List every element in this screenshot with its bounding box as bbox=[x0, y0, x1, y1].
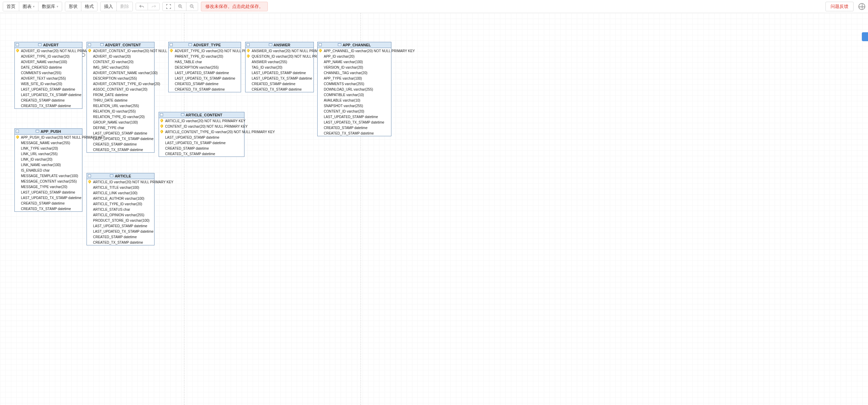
column[interactable]: LAST_UPDATED_STAMP datetime bbox=[15, 189, 82, 195]
entity-header[interactable]: –ADVERT_TYPE bbox=[169, 42, 241, 48]
column[interactable]: IMG_SRC varchar(255) bbox=[87, 65, 154, 70]
column-pk[interactable]: ADVERT_CONTENT_ID varchar(20) NOT NULL P… bbox=[87, 48, 154, 54]
column[interactable]: CREATED_TX_STAMP datetime bbox=[169, 86, 241, 92]
entity-app_channel[interactable]: –APP_CHANNELAPP_CHANNEL_ID varchar(20) N… bbox=[317, 42, 391, 136]
column[interactable]: WEB_SITE_ID varchar(20) bbox=[15, 81, 82, 86]
column[interactable]: MESSAGE_TYPE varchar(20) bbox=[15, 184, 82, 189]
column[interactable]: PRODUCT_STORE_ID varchar(100) bbox=[87, 218, 154, 223]
entity-advert[interactable]: –ADVERTADVERT_ID varchar(20) NOT NULL PR… bbox=[14, 42, 82, 109]
column[interactable]: LAST_UPDATED_TX_STAMP datetime bbox=[159, 140, 244, 146]
column[interactable]: LAST_UPDATED_STAMP datetime bbox=[245, 70, 313, 76]
column[interactable]: CREATED_TX_STAMP datetime bbox=[245, 86, 313, 92]
column[interactable]: CREATED_STAMP datetime bbox=[15, 200, 82, 206]
column[interactable]: COMMENTS varchar(255) bbox=[15, 70, 82, 76]
globe-icon[interactable] bbox=[858, 3, 865, 10]
column[interactable]: LAST_UPDATED_STAMP datetime bbox=[15, 86, 82, 92]
column-pk[interactable]: APP_CHANNEL_ID varchar(20) NOT NULL PRIM… bbox=[318, 48, 391, 54]
column[interactable]: PARENT_TYPE_ID varchar(20) bbox=[169, 54, 241, 59]
column-pk[interactable]: ADVERT_ID varchar(20) NOT NULL PRIMARY K… bbox=[15, 48, 82, 54]
undo-button[interactable] bbox=[136, 3, 148, 10]
column[interactable]: AVAILABLE varchar(10) bbox=[318, 97, 391, 103]
feedback-button[interactable]: 问题反馈 bbox=[825, 2, 854, 11]
column[interactable]: CREATED_TX_STAMP datetime bbox=[318, 130, 391, 136]
entity-header[interactable]: –ANSWER bbox=[245, 42, 313, 48]
insert-button[interactable]: 插入 bbox=[101, 2, 116, 11]
entity-header[interactable]: –ADVERT bbox=[15, 42, 82, 48]
column[interactable]: ARTICLE_AUTHOR varchar(100) bbox=[87, 196, 154, 201]
column[interactable]: IS_ENABLED char bbox=[15, 167, 82, 173]
column[interactable]: LINK_URL varchar(255) bbox=[15, 151, 82, 157]
column[interactable]: RELATION_URL varchar(255) bbox=[87, 103, 154, 108]
column[interactable]: LAST_UPDATED_TX_STAMP datetime bbox=[245, 76, 313, 81]
column[interactable]: LINK_ID varchar(20) bbox=[15, 157, 82, 162]
column[interactable]: ADVERT_TEXT varchar(255) bbox=[15, 76, 82, 81]
column-pk[interactable]: QUESTION_ID varchar(20) NOT NULL PRIMARY… bbox=[245, 54, 313, 59]
entity-header[interactable]: –APP_PUSH bbox=[15, 129, 82, 135]
column[interactable]: GROUP_NAME varchar(100) bbox=[87, 119, 154, 125]
entity-header[interactable]: –ARTICLE_CONTENT bbox=[159, 112, 244, 118]
canvas[interactable]: –ADVERTADVERT_ID varchar(20) NOT NULL PR… bbox=[0, 13, 868, 405]
side-badge[interactable] bbox=[862, 32, 868, 41]
fullscreen-button[interactable] bbox=[163, 2, 174, 11]
column[interactable]: DOWNLOAD_URL varchar(255) bbox=[318, 86, 391, 92]
column[interactable]: MESSAGE_NAME varchar(255) bbox=[15, 140, 82, 146]
column[interactable]: VERSION_ID varchar(20) bbox=[318, 65, 391, 70]
collapse-icon[interactable]: – bbox=[88, 43, 91, 46]
chart-dropdown[interactable]: 图表 ▾ bbox=[19, 2, 38, 11]
column[interactable]: ARTICLE_STATUS char bbox=[87, 207, 154, 212]
collapse-icon[interactable]: – bbox=[88, 174, 91, 177]
column[interactable]: LINK_TYPE varchar(20) bbox=[15, 146, 82, 151]
collapse-icon[interactable]: – bbox=[16, 43, 19, 46]
delete-button[interactable]: 删除 bbox=[116, 2, 133, 11]
collapse-icon[interactable]: – bbox=[247, 43, 250, 46]
column-pk[interactable]: ARTICLE_ID varchar(20) NOT NULL PRIMARY … bbox=[159, 118, 244, 124]
column[interactable]: CREATED_STAMP datetime bbox=[87, 141, 154, 147]
column[interactable]: LAST_UPDATED_STAMP datetime bbox=[318, 114, 391, 119]
column[interactable]: CREATED_TX_STAMP datetime bbox=[87, 147, 154, 152]
column[interactable]: ANSWER varchar(255) bbox=[245, 59, 313, 65]
column[interactable]: ARTICLE_TITLE varchar(100) bbox=[87, 185, 154, 190]
column-pk[interactable]: ANSWER_ID varchar(20) NOT NULL PRIMARY K… bbox=[245, 48, 313, 54]
redo-button[interactable] bbox=[148, 3, 159, 10]
column[interactable]: ARTICLE_TYPE_ID varchar(20) bbox=[87, 201, 154, 207]
column[interactable]: LAST_UPDATED_STAMP datetime bbox=[159, 135, 244, 140]
column[interactable]: CREATED_STAMP datetime bbox=[245, 81, 313, 86]
column[interactable]: RELATION_ID varchar(255) bbox=[87, 108, 154, 114]
format-button[interactable]: 格式 bbox=[81, 2, 97, 11]
column-pk[interactable]: ADVERT_TYPE_ID varchar(20) NOT NULL PRIM… bbox=[169, 48, 241, 54]
column[interactable]: DESCRIPTION varchar(255) bbox=[87, 76, 154, 81]
column[interactable]: ASSOC_CONTENT_ID varchar(20) bbox=[87, 86, 154, 92]
column[interactable]: FROM_DATE datetime bbox=[87, 92, 154, 97]
column[interactable]: CREATED_TX_STAMP datetime bbox=[15, 103, 82, 108]
column[interactable]: RELATION_TYPE_ID varchar(20) bbox=[87, 114, 154, 119]
shape-button[interactable]: 形状 bbox=[65, 2, 81, 11]
column[interactable]: APP_TYPE varchar(100) bbox=[318, 76, 391, 81]
column[interactable]: ADVERT_CONTENT_NAME varchar(100) bbox=[87, 70, 154, 76]
column[interactable]: DEFINE_TYPE char bbox=[87, 125, 154, 130]
column[interactable]: LAST_UPDATED_TX_STAMP datetime bbox=[87, 229, 154, 234]
column[interactable]: CHANNEL_TAG varchar(20) bbox=[318, 70, 391, 76]
column-pk[interactable]: CONTENT_ID varchar(20) NOT NULL PRIMARY … bbox=[159, 124, 244, 129]
column[interactable]: SNAPSHOT varchar(255) bbox=[318, 103, 391, 108]
zoom-out-button[interactable] bbox=[186, 2, 198, 11]
column[interactable]: LAST_UPDATED_STAMP datetime bbox=[169, 70, 241, 76]
column[interactable]: LAST_UPDATED_TX_STAMP datetime bbox=[318, 119, 391, 125]
save-warning[interactable]: 修改未保存。点击此处保存。 bbox=[201, 2, 268, 11]
collapse-icon[interactable]: – bbox=[16, 130, 19, 133]
column[interactable]: DATE_CREATED datetime bbox=[15, 65, 82, 70]
column[interactable]: CREATED_STAMP datetime bbox=[87, 234, 154, 240]
column[interactable]: LAST_UPDATED_TX_STAMP datetime bbox=[15, 92, 82, 97]
collapse-icon[interactable]: – bbox=[160, 113, 163, 116]
column-pk[interactable]: ARTICLE_CONTENT_TYPE_ID varchar(20) NOT … bbox=[159, 129, 244, 135]
column[interactable]: ARTICLE_OPINION varchar(255) bbox=[87, 212, 154, 218]
column[interactable]: TAG_ID varchar(20) bbox=[245, 65, 313, 70]
column[interactable]: CREATED_STAMP datetime bbox=[159, 146, 244, 151]
column[interactable]: MESSAGE_TEMPLATE varchar(100) bbox=[15, 173, 82, 178]
column-pk[interactable]: APP_PUSH_ID varchar(20) NOT NULL PRIMARY… bbox=[15, 135, 82, 140]
column[interactable]: CREATED_TX_STAMP datetime bbox=[15, 206, 82, 211]
entity-answer[interactable]: –ANSWERANSWER_ID varchar(20) NOT NULL PR… bbox=[245, 42, 314, 92]
column[interactable]: APP_NAME varchar(100) bbox=[318, 59, 391, 65]
column[interactable]: THRU_DATE datetime bbox=[87, 97, 154, 103]
entity-header[interactable]: –APP_CHANNEL bbox=[318, 42, 391, 48]
collapse-icon[interactable]: – bbox=[170, 43, 173, 46]
